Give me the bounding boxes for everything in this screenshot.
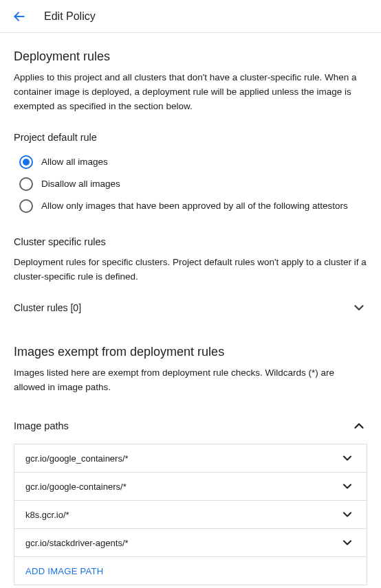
project-default-rule-title: Project default rule: [14, 132, 367, 143]
back-arrow-button[interactable]: [11, 8, 28, 25]
topbar: Edit Policy: [0, 0, 381, 33]
chevron-down-icon: [339, 450, 356, 466]
cluster-rules-expander[interactable]: Cluster rules [0]: [14, 293, 367, 323]
exempt-images-title: Images exempt from deployment rules: [14, 345, 367, 359]
radio-label: Allow only images that have been approve…: [41, 201, 348, 211]
image-path-row[interactable]: gcr.io/google_containers/*: [14, 444, 367, 473]
page-content: Deployment rules Applies to this project…: [0, 33, 381, 588]
image-path-row[interactable]: gcr.io/google-containers/*: [14, 473, 367, 501]
chevron-down-icon: [351, 299, 367, 316]
radio-disallow-all[interactable]: Disallow all images: [14, 173, 367, 195]
cluster-specific-desc: Deployment rules for specific clusters. …: [14, 256, 367, 284]
image-path-value: gcr.io/google-containers/*: [25, 482, 127, 492]
cluster-rules-label: Cluster rules [0]: [14, 302, 81, 313]
add-image-path-button[interactable]: ADD IMAGE PATH: [14, 557, 367, 585]
project-default-radio-group: Allow all images Disallow all images All…: [14, 151, 367, 217]
radio-allow-attestors[interactable]: Allow only images that have been approve…: [14, 195, 367, 217]
radio-label: Allow all images: [41, 157, 108, 167]
radio-button-icon: [19, 155, 33, 169]
deployment-rules-title: Deployment rules: [14, 49, 367, 64]
image-path-row[interactable]: k8s.gcr.io/*: [14, 501, 367, 529]
radio-button-icon: [19, 177, 33, 191]
add-image-path-label: ADD IMAGE PATH: [25, 566, 104, 576]
image-path-value: gcr.io/google_containers/*: [25, 453, 129, 464]
image-path-value: k8s.gcr.io/*: [25, 510, 69, 520]
radio-button-icon: [19, 199, 33, 213]
image-path-value: gcr.io/stackdriver-agents/*: [25, 538, 129, 548]
chevron-up-icon: [351, 418, 367, 434]
deployment-rules-desc: Applies to this project and all clusters…: [14, 71, 367, 114]
radio-allow-all[interactable]: Allow all images: [14, 151, 367, 173]
chevron-down-icon: [339, 506, 356, 523]
exempt-images-desc: Images listed here are exempt from deplo…: [14, 366, 367, 395]
radio-label: Disallow all images: [41, 179, 120, 189]
chevron-down-icon: [339, 534, 356, 551]
image-paths-expander[interactable]: Image paths: [14, 412, 367, 444]
image-paths-label: Image paths: [14, 420, 69, 431]
image-paths-list: gcr.io/google_containers/* gcr.io/google…: [14, 444, 367, 585]
chevron-down-icon: [339, 478, 356, 495]
image-path-row[interactable]: gcr.io/stackdriver-agents/*: [14, 529, 367, 557]
arrow-left-icon: [12, 10, 26, 23]
cluster-specific-title: Cluster specific rules: [14, 236, 367, 247]
page-title: Edit Policy: [44, 10, 96, 23]
